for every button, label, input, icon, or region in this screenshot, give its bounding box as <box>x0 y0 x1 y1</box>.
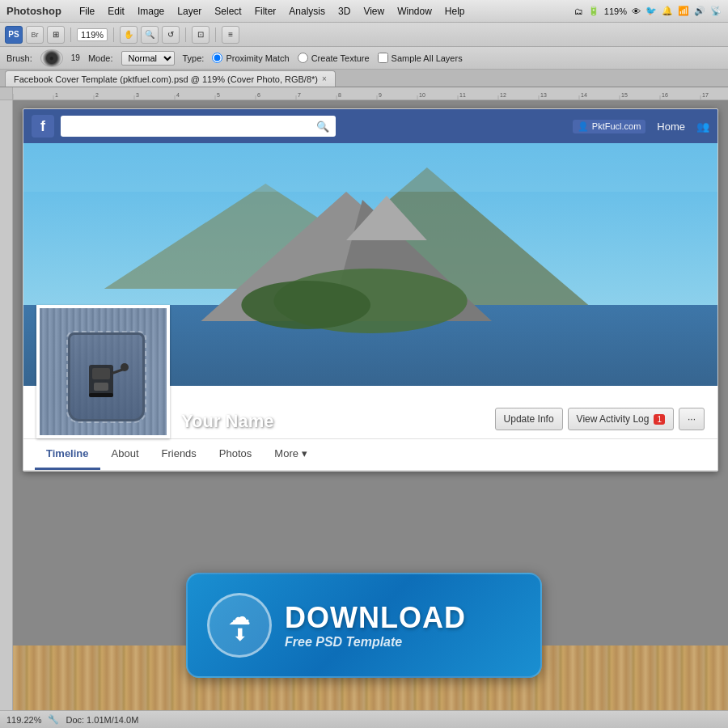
svg-text:12: 12 <box>500 92 506 98</box>
search-icon: 🔍 <box>316 121 329 133</box>
separator-3 <box>185 28 186 42</box>
svg-point-49 <box>121 363 129 371</box>
separator-1 <box>70 28 71 42</box>
hand-tool[interactable]: ✋ <box>120 26 138 44</box>
menu-filter[interactable]: Filter <box>248 3 283 19</box>
create-texture-option[interactable]: Create Texture <box>298 53 370 63</box>
avatar-inner <box>40 308 167 435</box>
extras-tool[interactable]: ≡ <box>222 26 239 44</box>
rotate-tool[interactable]: ↺ <box>162 26 180 44</box>
view-activity-button[interactable]: View Activity Log 1 <box>568 408 674 430</box>
ps-btn-1[interactable]: PS <box>5 26 23 44</box>
svg-text:7: 7 <box>298 92 301 98</box>
tab-friends[interactable]: Friends <box>150 439 208 470</box>
twitter-icon: 🐦 <box>645 6 657 16</box>
brush-label: Brush: <box>6 53 32 63</box>
tab-photos[interactable]: Photos <box>208 439 263 470</box>
menu-right-icons: 🗂 🔋 119% 👁 🐦 🔔 📶 🔊 📡 <box>574 6 722 16</box>
menu-bar: Photoshop File Edit Image Layer Select F… <box>0 0 728 23</box>
fuel-pump-icon <box>83 349 131 405</box>
bell-icon: 🔔 <box>662 6 673 16</box>
menu-3d[interactable]: 3D <box>332 3 357 19</box>
tab-bar: Facebook Cover Template (pktfuel.com).ps… <box>0 70 728 87</box>
proximity-match-label: Proximity Match <box>226 53 289 63</box>
menu-image[interactable]: Image <box>131 3 171 19</box>
svg-text:3: 3 <box>136 92 139 98</box>
zoom-level-display[interactable]: 119% <box>77 28 108 41</box>
menu-help[interactable]: Help <box>438 3 472 19</box>
menu-file[interactable]: File <box>73 3 101 19</box>
status-zoom: 119.22% <box>6 715 41 725</box>
fb-logo: f <box>32 115 54 138</box>
svg-text:13: 13 <box>540 92 547 98</box>
menu-analysis[interactable]: Analysis <box>282 3 332 19</box>
svg-text:5: 5 <box>217 92 220 98</box>
menu-layer[interactable]: Layer <box>171 3 208 19</box>
grid-tool[interactable]: ⊡ <box>192 26 210 44</box>
tab-close-btn[interactable]: × <box>322 74 327 83</box>
volume-icon: 🔊 <box>694 6 705 16</box>
menu-window[interactable]: Window <box>391 3 438 19</box>
menu-select[interactable]: Select <box>208 3 248 19</box>
fb-nav-profile-icon: 👤 PktFucl.com <box>573 120 646 133</box>
battery-icon: 🔋 <box>588 6 599 16</box>
tab-about[interactable]: About <box>100 439 150 470</box>
download-subtitle: Free PSD Template <box>285 635 466 650</box>
more-options-button[interactable]: ··· <box>679 408 705 430</box>
svg-rect-44 <box>23 143 717 192</box>
arrow-down-icon: ⬇ <box>233 625 247 645</box>
sample-all-layers-option[interactable]: Sample All Layers <box>378 53 463 63</box>
download-title: DOWNLOAD <box>285 601 466 635</box>
svg-rect-46 <box>92 368 110 379</box>
fb-profile-bar: Your Name Update Info View Activity Log … <box>23 386 717 438</box>
fb-profile-actions: Update Info View Activity Log 1 ··· <box>495 408 705 438</box>
svg-text:11: 11 <box>459 92 466 98</box>
svg-text:8: 8 <box>338 92 341 98</box>
fb-search-bar[interactable]: 🔍 <box>61 116 336 137</box>
mode-select[interactable]: Normal <box>121 51 175 66</box>
svg-text:9: 9 <box>379 92 382 98</box>
svg-text:2: 2 <box>95 92 99 98</box>
active-tab[interactable]: Facebook Cover Template (pktfuel.com).ps… <box>5 70 336 87</box>
create-texture-label: Create Texture <box>311 53 370 63</box>
vertical-ruler <box>0 100 13 710</box>
activity-badge: 1 <box>654 414 665 425</box>
horizontal-ruler: 1 2 3 4 5 6 7 8 9 10 11 12 13 14 15 16 1… <box>0 87 728 100</box>
svg-text:15: 15 <box>621 92 628 98</box>
wifi-icon: 📡 <box>710 6 722 16</box>
fb-profile-icon: 👤 <box>578 121 589 132</box>
zoom-display: 119% <box>604 6 627 16</box>
svg-point-42 <box>241 281 370 329</box>
status-icon: 🔧 <box>48 714 59 725</box>
ps-btn-arrange[interactable]: ⊞ <box>47 26 65 44</box>
facebook-mockup: f 🔍 👤 PktFucl.com Home 👥 <box>23 108 718 472</box>
separator-4 <box>215 28 216 42</box>
svg-text:1: 1 <box>55 92 58 98</box>
fb-home-link[interactable]: Home <box>657 121 685 133</box>
menu-view[interactable]: View <box>357 3 391 19</box>
brush-preview[interactable]: ● <box>40 49 63 67</box>
ps-btn-2[interactable]: Br <box>26 26 44 44</box>
download-banner[interactable]: ☁ ⬇ DOWNLOAD Free PSD Template <box>186 573 542 678</box>
tab-timeline[interactable]: Timeline <box>35 439 100 470</box>
update-info-button[interactable]: Update Info <box>495 408 563 430</box>
svg-rect-47 <box>89 393 113 397</box>
svg-text:16: 16 <box>662 92 668 98</box>
svg-text:10: 10 <box>419 92 425 98</box>
separator-2 <box>113 28 114 42</box>
tab-more[interactable]: More ▾ <box>263 439 318 470</box>
fb-profile-section: Your Name Update Info View Activity Log … <box>23 386 717 471</box>
svg-text:14: 14 <box>581 92 587 98</box>
fb-search-input[interactable] <box>67 121 311 132</box>
download-icon-circle: ☁ ⬇ <box>207 593 272 658</box>
zoom-tool[interactable]: 🔍 <box>141 26 159 44</box>
menu-edit[interactable]: Edit <box>101 3 131 19</box>
svg-text:6: 6 <box>257 92 260 98</box>
options-bar: Brush: ● 19 Mode: Normal Type: Proximity… <box>0 47 728 70</box>
svg-text:17: 17 <box>702 92 709 98</box>
fb-navbar: f 🔍 👤 PktFucl.com Home 👥 <box>23 109 717 143</box>
bluetooth-icon: 📶 <box>678 6 689 16</box>
proximity-match-option[interactable]: Proximity Match <box>212 53 289 63</box>
eye-icon: 👁 <box>632 6 641 16</box>
fb-avatar <box>36 305 170 438</box>
